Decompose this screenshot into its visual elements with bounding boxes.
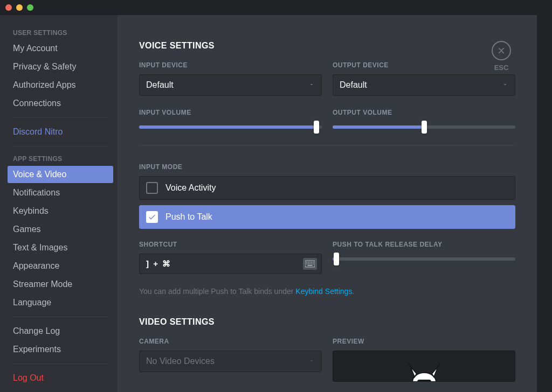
- checkbox-icon: [146, 182, 158, 194]
- svg-rect-1: [306, 262, 307, 263]
- sidebar-item-appearance[interactable]: Appearance: [8, 257, 113, 275]
- svg-rect-5: [313, 262, 314, 263]
- chevron-down-icon: [308, 356, 315, 366]
- svg-point-14: [422, 381, 426, 382]
- separator: [13, 146, 108, 146]
- sidebar-item-connections[interactable]: Connections: [8, 95, 113, 112]
- esc-label: ESC: [492, 64, 511, 72]
- sidebar-item-text-images[interactable]: Text & Images: [8, 239, 113, 256]
- sidebar-item-change-log[interactable]: Change Log: [8, 323, 113, 340]
- keyboard-icon: [303, 258, 317, 270]
- keybind-note: You can add multiple Push to Talk binds …: [139, 287, 515, 296]
- voice-activity-label: Voice Activity: [165, 183, 216, 193]
- slider-thumb[interactable]: [334, 253, 339, 265]
- input-volume-slider[interactable]: [139, 122, 322, 132]
- svg-rect-9: [311, 263, 312, 264]
- svg-rect-2: [308, 262, 309, 263]
- video-settings-title: Video Settings: [139, 317, 515, 327]
- sidebar-item-language[interactable]: Language: [8, 294, 113, 311]
- svg-rect-7: [308, 263, 309, 264]
- shortcut-value: ] + ⌘: [146, 259, 171, 269]
- chevron-down-icon: [502, 80, 508, 90]
- voice-settings-title: Voice Settings: [139, 41, 515, 51]
- output-device-value: Default: [340, 80, 367, 90]
- sidebar-item-discord-nitro[interactable]: Discord Nitro: [8, 123, 113, 141]
- svg-rect-4: [311, 262, 312, 263]
- input-device-select[interactable]: Default: [139, 74, 322, 96]
- sidebar-item-my-account[interactable]: My Account: [8, 40, 113, 57]
- wumpus-icon: [403, 361, 446, 382]
- window-titlebar: [0, 0, 552, 15]
- output-volume-slider[interactable]: [333, 122, 515, 132]
- separator: [139, 145, 515, 146]
- separator: [13, 363, 108, 364]
- svg-rect-6: [306, 263, 307, 264]
- output-device-label: Output Device: [333, 61, 515, 69]
- window-close-button[interactable]: [5, 4, 12, 11]
- output-volume-label: Output Volume: [333, 109, 515, 116]
- input-volume-label: Input Volume: [139, 109, 322, 116]
- app-settings-header: App Settings: [8, 152, 113, 166]
- sidebar-item-authorized-apps[interactable]: Authorized Apps: [8, 76, 113, 94]
- slider-thumb[interactable]: [314, 121, 319, 134]
- user-settings-header: User Settings: [8, 26, 113, 40]
- sidebar-item-voice-video[interactable]: Voice & Video: [8, 166, 113, 183]
- close-settings: ESC: [492, 41, 511, 72]
- close-icon: [496, 46, 506, 55]
- slider-thumb[interactable]: [422, 121, 427, 134]
- svg-rect-10: [313, 263, 314, 264]
- release-delay-slider[interactable]: [333, 254, 515, 264]
- svg-rect-8: [309, 263, 310, 264]
- sidebar-item-experiments[interactable]: Experiments: [8, 341, 113, 358]
- input-device-value: Default: [146, 80, 174, 90]
- shortcut-label: Shortcut: [139, 241, 322, 248]
- sidebar-item-privacy-safety[interactable]: Privacy & Safety: [8, 58, 113, 75]
- sidebar-item-keybinds[interactable]: Keybinds: [8, 202, 113, 220]
- camera-label: Camera: [139, 338, 322, 345]
- release-delay-label: Push To Talk Release Delay: [333, 241, 515, 248]
- right-gutter: [537, 15, 552, 392]
- output-device-select[interactable]: Default: [333, 74, 515, 96]
- chevron-down-icon: [308, 80, 315, 90]
- push-to-talk-label: Push to Talk: [165, 212, 212, 222]
- settings-content: ESC Voice Settings Input Device Default …: [118, 15, 537, 392]
- shortcut-input[interactable]: ] + ⌘: [139, 254, 322, 274]
- separator: [13, 317, 108, 317]
- input-mode-push-to-talk[interactable]: Push to Talk: [139, 205, 515, 229]
- close-button[interactable]: [492, 41, 511, 60]
- input-mode-voice-activity[interactable]: Voice Activity: [139, 176, 515, 200]
- input-device-label: Input Device: [139, 61, 322, 69]
- camera-value: No Video Devices: [146, 356, 215, 366]
- checkbox-checked-icon: [146, 211, 158, 223]
- sidebar-item-streamer-mode[interactable]: Streamer Mode: [8, 276, 113, 293]
- preview-label: Preview: [333, 338, 515, 345]
- window-minimize-button[interactable]: [16, 4, 23, 11]
- keybind-settings-link[interactable]: Keybind Settings: [295, 287, 352, 296]
- svg-rect-11: [308, 265, 313, 266]
- separator: [13, 117, 108, 118]
- svg-rect-3: [309, 262, 310, 263]
- sidebar-item-notifications[interactable]: Notifications: [8, 184, 113, 201]
- video-preview: [333, 351, 515, 382]
- settings-sidebar: User Settings My Account Privacy & Safet…: [0, 15, 118, 392]
- sidebar-item-games[interactable]: Games: [8, 221, 113, 238]
- sidebar-item-log-out[interactable]: Log Out: [8, 369, 113, 387]
- camera-select[interactable]: No Video Devices: [139, 351, 322, 372]
- window-maximize-button[interactable]: [27, 4, 33, 11]
- input-mode-label: Input Mode: [139, 163, 515, 171]
